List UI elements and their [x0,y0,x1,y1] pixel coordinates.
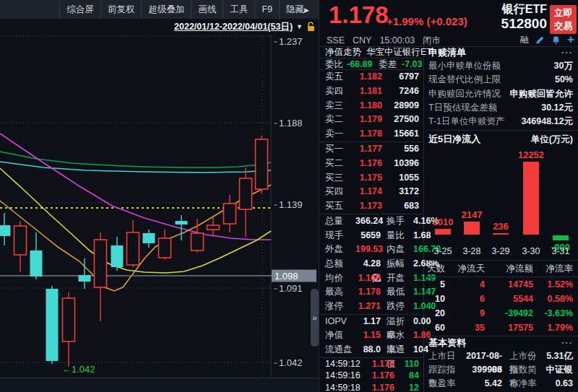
tick-price: 1.176 [367,370,394,381]
menu-item-3[interactable]: 超级叠加 [141,0,191,19]
tick-row-2: 14:59:161.17684 [320,370,423,381]
subscription-value: 30.12元 [541,101,573,115]
bi-value-l: 5.42 [459,377,502,391]
chevron-down-icon[interactable]: ▼ [296,23,303,30]
quote-time: 15:00:03 [379,35,415,45]
stat-row-6-label-r: 最低 [381,285,413,300]
flow-table-header-cell: 净流天 [445,261,485,276]
trade-now-button[interactable]: 立即 交易 [550,5,577,34]
ask-row-4-price: 1.181 [349,84,382,99]
info-column: 申赎清单 ··· 最小申赎单位份额30万现金替代比例上限50%申购赎回允许情况申… [427,46,578,392]
bid-row-5-label: 买五 [325,199,349,214]
ask-row-4[interactable]: 卖四1.1817246 [320,84,423,99]
ask-row-5[interactable]: 卖五1.1826797 [320,70,423,84]
subscription-label: 最小申赎单位份额 [428,59,501,73]
fund-name-label[interactable]: 华宝中证银行ET [366,46,432,58]
stat-row-6-value-l: 1.178 [355,285,381,300]
axis-label-1.042: 1.042 [274,357,314,368]
menu-item-1[interactable]: 综合屏 [59,0,100,19]
bid-row-1[interactable]: 买一1.177556 [320,142,423,157]
kline-chart[interactable]: 1.2371.1881.1391.0911.042 1.098 ←1.042 » [0,35,319,378]
bid-row-5[interactable]: 买五1.173683 [320,199,423,214]
flow-title-label: 近5日净流入 [428,133,480,146]
stat-row-3-value-l: 199.53 [355,243,381,257]
subscription-rows: 最小申赎单位份额30万现金替代比例上限50%申购赎回允许情况申购赎回皆允许T日预… [427,59,578,129]
tick-time: 14:59:16 [325,370,367,381]
flow-unit-label: 单位(万元) [531,133,573,146]
ft-amount: 5544 [485,292,533,306]
bid-row-2-price: 1.176 [349,157,382,171]
add-watchlist-icon[interactable]: + [567,35,574,45]
subscription-row-1: 最小申赎单位份额30万 [427,59,578,73]
date-range-row: 2022/01/12-2022/04/01(53日) ▼ [0,19,316,35]
menu-item-6[interactable]: F9 [254,0,279,19]
stat-row-2-label-l: 现手 [325,229,355,243]
ft-rate: 0.58% [533,292,573,306]
flow-bar-category: 3-31 [539,246,578,256]
bid-row-4[interactable]: 买四1.1743172 [320,185,423,199]
stat-row-3-label-l: 外盘 [325,243,355,257]
bid-row-2-volume: 10396 [382,157,419,171]
bid-row-3[interactable]: 买三1.1751055 [320,171,423,186]
orderbook-column: 净值走势 华宝中证银行ET 委比 -68.89 委差 -7.03 卖五1.182… [320,46,423,392]
ask-row-1[interactable]: 卖一1.17815661 [320,127,423,141]
flow-bar-3-30 [523,162,539,235]
tick-volume: 110 [394,358,419,370]
basic-info-rows: 上市日2017-08-03上市份额5.31亿跟踪指数399986指数简称中证银市… [427,349,578,391]
bid-row-5-price: 1.173 [349,199,382,214]
subscription-value: 346948.12元 [521,115,573,129]
ft-rate: 1.79% [533,321,573,335]
subscription-section-title: 申赎清单 ··· [427,46,578,59]
more-dots-icon[interactable]: ··· [561,336,573,349]
pencil-icon[interactable] [535,35,545,45]
flow-section-title: 近5日净流入 单位(万元) [427,133,578,146]
flow-table-header-cell: 净流率 [533,261,573,276]
stat2-row-3: 流通盘88.0流通值104 [320,343,423,357]
ask-row-2[interactable]: 卖二1.17927500 [320,113,423,127]
header-icons: 融 + [520,33,574,46]
bid-row-1-label: 买一 [325,142,349,157]
flow-table-header-cell: 净流额 [485,261,533,276]
ask-row-5-price: 1.182 [349,70,382,84]
subscription-value: 申购赎回皆允许 [510,87,574,101]
flow-table-row-10: 10655440.58% [427,292,578,306]
flow-bar-value: 236 [479,221,522,232]
ask-row-4-label: 卖四 [325,84,349,99]
stat-row-6: 最高1.178最低1.147 [320,285,423,300]
ft-rate: 1.52% [533,277,573,292]
lock-icon[interactable] [306,22,316,32]
chart-region: 综合屏前复权超级叠加画线工具F9隐藏▶ 2022/01/12-2022/04/0… [0,0,319,392]
subscription-row-2: 现金替代比例上限50% [427,73,578,87]
ask-row-5-label: 卖五 [325,70,349,84]
stat-row-5-value-l: 1.169 [355,271,381,286]
flow-bar-3-31 [553,235,569,240]
menu-item-5[interactable]: 工具 [223,0,254,19]
low-price-annotation: ←1.042 [62,364,95,375]
bell-icon[interactable] [551,35,561,45]
more-dots-icon[interactable]: ··· [561,46,573,59]
tick-list: 14:59:121.17611014:59:161.1768414:59:181… [320,358,423,392]
bid-row-3-price: 1.175 [349,171,382,186]
menu-item-2[interactable]: 前复权 [100,0,142,19]
ask-row-1-label: 卖一 [325,127,349,141]
stat-row-2: 现手5659量比1.68 [320,229,423,243]
date-range-selector[interactable]: 2022/01/12-2022/04/01(53日) [174,21,293,33]
ask-row-5-volume: 6797 [382,70,419,84]
symbol-block: 银行ETF 512800 [501,3,547,32]
axis-label-1.188: 1.188 [274,118,314,129]
bid-row-4-price: 1.174 [349,185,382,199]
tab-net-value-trend[interactable]: 净值走势 [325,46,361,58]
stat-row-1-label-l: 总量 [325,214,355,229]
stat2-row-2: 净值1.15贴水率1.86 [320,328,423,343]
collapse-panel-handle[interactable]: » [311,289,319,347]
stat-row-5-label-l: 均价 [325,271,355,286]
flow-table-row-5: 54147451.52% [427,277,578,292]
bid-row-1-price: 1.177 [349,142,382,157]
menu-item-4[interactable]: 画线 [191,0,223,19]
ask-row-3[interactable]: 卖三1.18028909 [320,99,423,113]
subscription-title: 申赎清单 [428,46,466,59]
bid-row-2[interactable]: 买二1.17610396 [320,157,423,171]
axis-label-1.091: 1.091 [274,283,314,294]
menu-item-7[interactable]: 隐藏▶ [279,0,319,19]
flow-bar-3-25 [435,229,451,235]
